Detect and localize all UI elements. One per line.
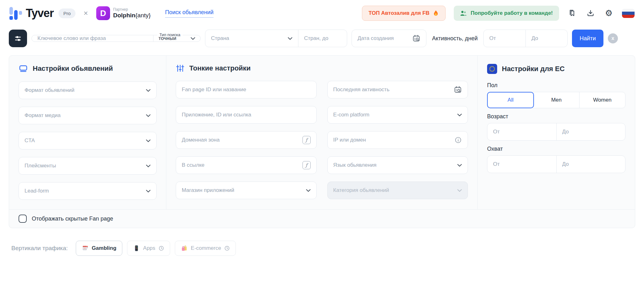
vertical-chip-gambling[interactable]: Gambling <box>76 241 122 256</box>
show-hidden-fanpage-checkbox[interactable] <box>19 215 27 223</box>
top-header: Tyver Pro × D Партнер Dolphin{anty} Поис… <box>0 0 644 25</box>
chevron-down-icon <box>191 37 195 40</box>
lead-form-select[interactable]: Lead-form <box>19 182 157 200</box>
reach-to-input[interactable] <box>557 161 625 167</box>
filter-bar: Тип поиска точный Страна Активность, дне… <box>0 25 644 47</box>
filters-card: Настройки обьявлений Формат обьявлений Ф… <box>9 55 635 228</box>
reach-to-field[interactable] <box>556 156 625 173</box>
team-invite-button[interactable]: Попробуйте работу в команде! <box>454 6 559 21</box>
cta-select[interactable]: CTA <box>19 132 157 149</box>
gender-option-men[interactable]: Men <box>534 92 580 108</box>
media-format-select[interactable]: Формат медиа <box>19 107 157 124</box>
ad-category-select-disabled: Категория обьявлений <box>327 182 468 199</box>
ecom-platform-select[interactable]: E-com platform <box>327 106 468 124</box>
show-hidden-fanpage-label: Отображать скрытые Fan page <box>32 216 113 222</box>
keyword-input[interactable] <box>37 35 147 42</box>
age-from-input[interactable] <box>487 129 556 135</box>
reach-label: Охват <box>487 146 625 152</box>
fanpage-id-input[interactable] <box>182 87 311 93</box>
ads-settings-heading: Настройки обьявлений <box>19 64 157 73</box>
ip-domain-field[interactable]: IP или домен <box>327 131 468 149</box>
eu-settings-column: Настройки для ЕС Пол All Men Women Возра… <box>478 56 635 209</box>
country-group: Страна <box>205 30 347 47</box>
fine-settings-column: Тонкие настройки Доменная зона ƒ В ссылк… <box>166 56 478 209</box>
fanpage-id-field[interactable] <box>176 81 317 98</box>
creation-date-input[interactable] <box>358 35 412 42</box>
partner-text: Партнер Dolphin{anty} <box>113 8 151 19</box>
eu-settings-heading: Настройки для ЕС <box>487 64 625 74</box>
keyword-group: Тип поиска точный <box>31 35 201 42</box>
age-from-field[interactable] <box>487 123 556 140</box>
eu-flag-icon <box>487 64 497 74</box>
activity-from-input[interactable] <box>484 35 525 42</box>
ad-card-icon <box>19 64 28 73</box>
country-select[interactable]: Страна <box>205 30 298 47</box>
app-id-link-field[interactable] <box>176 106 317 124</box>
chevron-down-icon <box>146 190 151 193</box>
country-max-field[interactable] <box>298 30 347 47</box>
clock-icon <box>158 245 164 251</box>
search-button[interactable]: Найти <box>572 30 603 47</box>
gender-option-all[interactable]: All <box>487 92 534 108</box>
download-icon <box>586 9 595 18</box>
vertical-chip-ecommerce[interactable]: E-commerce <box>175 241 236 256</box>
chevron-down-icon <box>288 37 292 40</box>
ad-format-select[interactable]: Формат обьявлений <box>19 81 157 99</box>
settings-button[interactable]: ⚙ <box>604 8 614 18</box>
verticals-label: Вертикали трафика: <box>11 245 68 252</box>
calendar-search-icon <box>412 34 420 42</box>
fire-icon <box>433 10 439 17</box>
info-icon <box>454 136 462 144</box>
domain-zone-field[interactable]: Доменная зона ƒ <box>176 131 317 149</box>
reach-range-group <box>487 155 625 173</box>
activity-from-field[interactable] <box>484 30 525 47</box>
download-button[interactable] <box>586 8 596 18</box>
language-flag-ru[interactable] <box>622 9 635 18</box>
filters-toggle-button[interactable] <box>9 30 27 47</box>
creation-date-field[interactable] <box>352 30 426 47</box>
ad-language-select[interactable]: Язык обьявления <box>327 156 468 174</box>
function-icon: ƒ <box>303 136 311 144</box>
slot-machine-icon <box>82 245 89 252</box>
search-type-select[interactable]: Тип поиска точный <box>153 35 200 42</box>
nav-link-ads-search[interactable]: Поиск обьявлений <box>165 9 214 18</box>
activity-to-input[interactable] <box>526 35 567 42</box>
traffic-verticals: Вертикали трафика: Gambling Apps <box>11 241 644 256</box>
country-max-input[interactable] <box>298 35 347 42</box>
vertical-chip-apps[interactable]: Apps <box>127 241 170 256</box>
gender-segmented-control: All Men Women <box>487 92 625 108</box>
gear-icon: ⚙ <box>605 9 613 18</box>
chevron-down-icon <box>146 89 151 92</box>
reach-from-input[interactable] <box>487 161 556 167</box>
partner-separator: × <box>84 9 88 18</box>
age-to-field[interactable] <box>556 123 625 140</box>
in-link-field[interactable]: В ссылке ƒ <box>176 156 317 174</box>
fine-settings-grid: Доменная зона ƒ В ссылке ƒ Магазин прило… <box>176 81 468 199</box>
function-icon: ƒ <box>303 161 311 169</box>
gender-option-women[interactable]: Women <box>580 92 625 108</box>
calendar-search-icon <box>454 86 462 94</box>
age-to-input[interactable] <box>557 129 625 135</box>
activity-range-group <box>483 30 568 47</box>
age-label: Возраст <box>487 113 625 120</box>
activity-to-field[interactable] <box>525 30 567 47</box>
tyver-logo-icon <box>9 6 23 20</box>
chevron-down-icon <box>146 114 151 117</box>
search-type-label: Тип поиска <box>157 32 183 37</box>
ads-settings-column: Настройки обьявлений Формат обьявлений Ф… <box>9 56 166 209</box>
team-people-icon <box>460 10 467 16</box>
placements-select[interactable]: Плейсменты <box>19 157 157 175</box>
chevron-down-icon <box>457 164 462 167</box>
card-footer: Отображать скрытые Fan page <box>9 209 635 228</box>
app-store-select[interactable]: Магазин приложений <box>176 182 317 199</box>
chevron-down-icon <box>457 189 462 192</box>
tyver-logo: Tyver Pro <box>9 6 75 20</box>
last-activity-field[interactable]: Последняя активность <box>327 81 468 98</box>
age-range-group <box>487 123 625 141</box>
app-id-link-input[interactable] <box>182 112 311 118</box>
bookmarks-button[interactable] <box>567 8 577 18</box>
promo-autofill-button[interactable]: ТОП Автозалив для FB <box>362 6 446 21</box>
reach-from-field[interactable] <box>487 156 556 173</box>
clear-filters-button[interactable]: x <box>608 33 618 43</box>
keyword-field[interactable] <box>32 35 153 42</box>
